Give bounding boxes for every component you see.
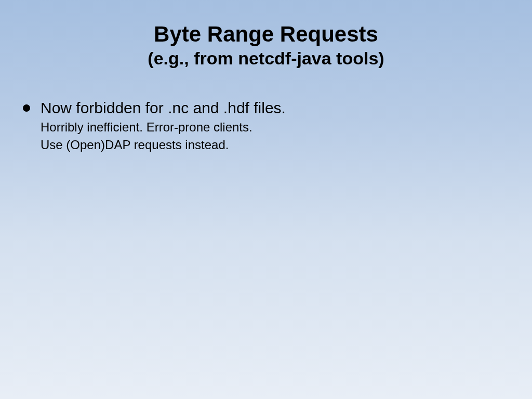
- bullet-text-block: Now forbidden for .nc and .hdf files. Ho…: [41, 98, 511, 153]
- bullet-sub-text-1: Horribly inefficient. Error-prone client…: [41, 119, 511, 136]
- bullet-sub-text-2: Use (Open)DAP requests instead.: [41, 137, 511, 153]
- title-block: Byte Range Requests (e.g., from netcdf-j…: [0, 22, 532, 69]
- content-area: Now forbidden for .nc and .hdf files. Ho…: [0, 98, 532, 153]
- slide: Byte Range Requests (e.g., from netcdf-j…: [0, 0, 532, 399]
- bullet-item: Now forbidden for .nc and .hdf files. Ho…: [23, 98, 511, 153]
- bullet-main-text: Now forbidden for .nc and .hdf files.: [41, 98, 511, 118]
- bullet-icon: [23, 104, 30, 112]
- slide-title: Byte Range Requests: [0, 22, 532, 47]
- slide-subtitle: (e.g., from netcdf-java tools): [0, 48, 532, 69]
